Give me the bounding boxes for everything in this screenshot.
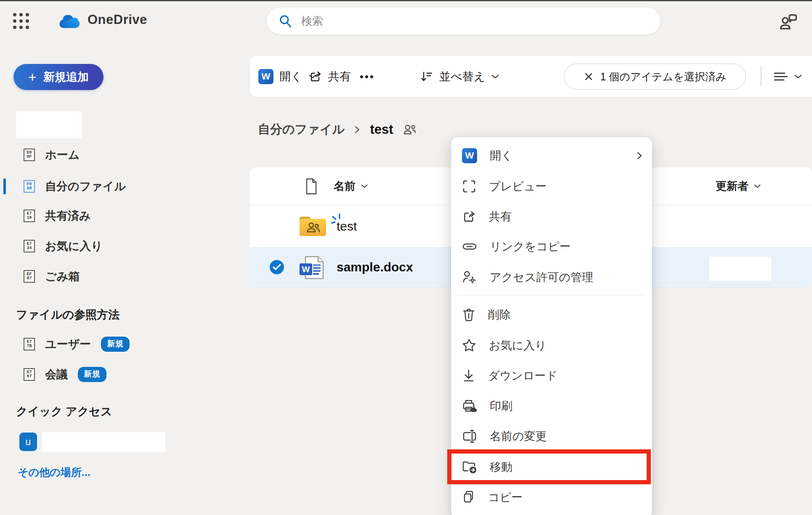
more-places-link[interactable]: その他の場所... <box>18 465 90 479</box>
clear-selection-pill[interactable]: 1 個のアイテムを選択済み <box>564 64 746 90</box>
sidebar-item-label: お気に入り <box>45 239 103 254</box>
search-box[interactable] <box>267 8 661 35</box>
list-view-icon <box>773 70 788 83</box>
feedback-person-icon[interactable] <box>776 10 801 35</box>
favorites-icon: E734 <box>24 240 35 252</box>
column-header-modified-by[interactable]: 更新者 <box>716 167 761 205</box>
menu-label: 移動 <box>490 459 512 475</box>
menu-label: 削除 <box>488 307 511 322</box>
menu-label: アクセス許可の管理 <box>490 270 593 285</box>
menu-item-share[interactable]: 共有 <box>451 202 652 232</box>
menu-item-favorite[interactable]: お気に入り <box>451 330 652 361</box>
sidebar-item-recycle-bin[interactable]: EF87 ごみ箱 <box>0 261 194 292</box>
menu-item-preview[interactable]: プレビュー <box>451 171 652 202</box>
redacted-profile-name <box>16 111 82 138</box>
breadcrumb: 自分のファイル test <box>258 121 417 138</box>
sidebar-item-people[interactable]: E77B ユーザー 新規 <box>0 329 194 359</box>
menu-label: プレビュー <box>489 179 547 194</box>
add-new-button[interactable]: + 新規追加 <box>13 64 103 90</box>
sidebar-item-label: 会議 <box>45 367 68 382</box>
selection-check-icon[interactable] <box>270 260 284 274</box>
command-toolbar: W 開く 共有 並べ替え 1 個のアイテムを選択済み <box>250 56 812 97</box>
chevron-down-icon <box>794 74 802 80</box>
more-options-button[interactable] <box>360 56 373 97</box>
menu-item-print[interactable]: 印刷 <box>451 391 652 421</box>
word-icon: W <box>462 148 477 163</box>
share-icon <box>309 70 322 83</box>
chevron-down-icon <box>754 183 761 189</box>
sidebar-item-label: ユーザー <box>45 337 91 352</box>
app-launcher-waffle-icon[interactable] <box>8 8 34 34</box>
menu-item-open[interactable]: W 開く <box>451 141 652 171</box>
toolbar-divider <box>761 67 762 86</box>
sidebar-item-label: ホーム <box>45 147 80 162</box>
sidebar-item-label: ごみ箱 <box>45 269 80 284</box>
search-input[interactable] <box>301 15 638 28</box>
sort-label: 並べ替え <box>439 69 485 84</box>
word-document-icon: W <box>300 256 325 279</box>
menu-item-download[interactable]: ダウンロード <box>451 361 652 391</box>
menu-label: リンクをコピー <box>490 239 571 254</box>
sort-button[interactable]: 並べ替え <box>420 56 499 97</box>
menu-item-manage-access[interactable]: アクセス許可の管理 <box>451 262 652 292</box>
site-initial: u <box>26 436 31 448</box>
document-icon <box>304 178 318 195</box>
context-menu: W 開く プレビュー 共有 リンクをコピー アクセス許可の管理 <box>451 137 652 515</box>
recycle-bin-icon: EF87 <box>24 270 35 283</box>
breadcrumb-current[interactable]: test <box>370 122 393 137</box>
app-title: OneDrive <box>88 12 147 27</box>
menu-item-copy[interactable]: コピー <box>451 482 652 512</box>
share-button[interactable]: 共有 <box>309 56 351 97</box>
menu-divider <box>457 295 646 295</box>
my-files-icon: F0A9 <box>24 180 35 193</box>
sidebar-item-my-files[interactable]: F0A9 自分のファイル <box>0 171 194 202</box>
download-icon <box>462 369 475 383</box>
share-label: 共有 <box>328 69 351 84</box>
shared-people-icon <box>403 123 417 136</box>
word-icon: W <box>258 69 273 84</box>
open-button[interactable]: W 開く <box>258 56 317 97</box>
chevron-down-icon <box>361 183 368 189</box>
breadcrumb-parent[interactable]: 自分のファイル <box>258 121 345 138</box>
sidebar-item-favorites[interactable]: E734 お気に入り <box>0 231 194 261</box>
file-name: sample.docx <box>337 260 413 274</box>
shared-folder-icon <box>300 217 326 236</box>
shared-icon: E716 <box>24 210 35 222</box>
modified-header-label: 更新者 <box>716 179 748 194</box>
sidebar-item-label: 共有済み <box>45 208 91 223</box>
chevron-down-icon <box>491 74 499 80</box>
link-icon <box>462 239 477 254</box>
open-label: 開く <box>279 69 303 84</box>
sidebar-item-shared[interactable]: E716 共有済み <box>0 201 194 231</box>
sidebar-item-meetings[interactable]: E787 会議 新規 <box>0 359 194 390</box>
menu-label: コピー <box>488 490 523 505</box>
column-header-name[interactable]: 名前 <box>304 167 368 205</box>
new-badge: 新規 <box>78 367 106 382</box>
menu-item-delete[interactable]: 削除 <box>451 300 652 330</box>
quick-access-heading: クイック アクセス <box>16 404 112 419</box>
sidebar-item-home[interactable]: E80F ホーム <box>0 140 194 170</box>
sidebar-item-label: 自分のファイル <box>45 179 126 194</box>
view-options-button[interactable] <box>773 56 802 97</box>
menu-item-copy-link[interactable]: リンクをコピー <box>451 231 652 262</box>
menu-item-move[interactable]: 移動 <box>451 452 652 482</box>
file-name: test <box>337 219 357 234</box>
home-icon: E80F <box>24 149 35 161</box>
copy-icon <box>462 490 475 504</box>
redacted-modified-by <box>709 257 771 281</box>
new-badge: 新規 <box>101 337 130 352</box>
onedrive-cloud-icon <box>54 11 80 29</box>
manage-access-icon <box>462 270 477 284</box>
share-icon <box>462 210 476 224</box>
onedrive-logo[interactable]: OneDrive <box>54 11 147 29</box>
people-icon: E77B <box>24 338 35 350</box>
print-icon <box>462 399 477 413</box>
name-header-label: 名前 <box>334 179 356 194</box>
quick-access-site-tile[interactable]: u <box>19 433 37 451</box>
search-icon <box>279 14 293 28</box>
menu-label: 印刷 <box>490 398 512 414</box>
menu-label: ダウンロード <box>488 368 557 383</box>
menu-item-rename[interactable]: 名前の変更 <box>451 421 652 451</box>
chevron-right-icon <box>354 125 361 135</box>
trash-icon <box>462 308 475 322</box>
